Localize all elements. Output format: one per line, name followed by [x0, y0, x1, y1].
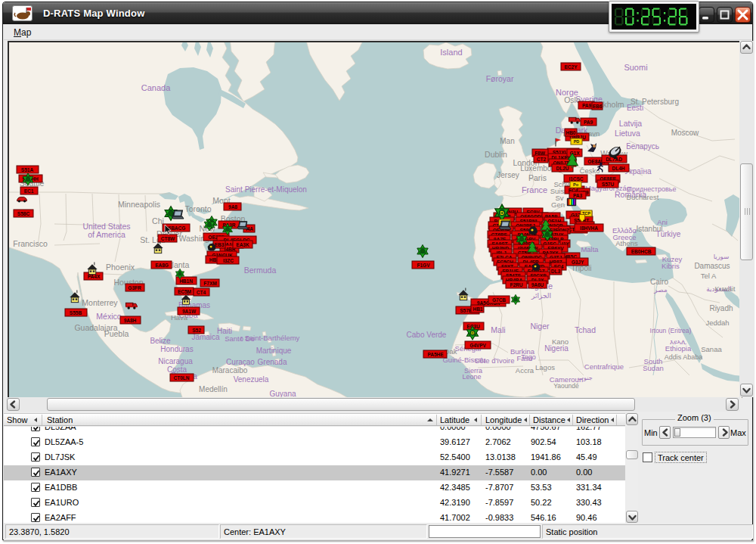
svg-text:Türkiye: Türkiye — [656, 230, 681, 238]
svg-text:Cabo Verde: Cabo Verde — [407, 331, 447, 339]
svg-text:Bucharest: Bucharest — [627, 193, 659, 201]
svg-text:Lietuva: Lietuva — [615, 129, 640, 138]
svg-text:EC2Y: EC2Y — [565, 64, 578, 70]
svg-text:Phoenix: Phoenix — [106, 263, 135, 272]
svg-text:Приднестровье: Приднестровье — [627, 185, 677, 193]
svg-text:México: México — [96, 312, 121, 321]
svg-text:Nicaragua: Nicaragua — [158, 357, 193, 365]
svg-text:Damascus: Damascus — [694, 262, 730, 270]
svg-text:Jersey: Jersey — [497, 171, 519, 179]
svg-text:S58C: S58C — [17, 211, 30, 216]
svg-text:Mali: Mali — [491, 325, 505, 334]
svg-text:Athens: Athens — [615, 239, 638, 247]
svg-text:Venezuela: Venezuela — [234, 375, 269, 384]
svg-text:EB6: EB6 — [593, 104, 603, 109]
svg-text:of America: of America — [88, 230, 125, 239]
svg-text:Po: Po — [573, 182, 579, 187]
svg-text:Monterrey: Monterrey — [82, 298, 118, 307]
svg-text:DL2U: DL2U — [556, 166, 569, 171]
svg-text:9A8H: 9A8H — [124, 318, 137, 323]
svg-text:Niger: Niger — [530, 322, 550, 331]
svg-text:Island: Island — [440, 48, 462, 57]
svg-text:Togo: Togo — [521, 353, 536, 361]
svg-text:الجزائر: الجزائر — [531, 292, 551, 300]
svg-text:S57U: S57U — [602, 182, 615, 187]
svg-text:Česko: Česko — [580, 166, 600, 175]
svg-text:PA5HE: PA5HE — [427, 352, 444, 357]
svg-text:Sudan: Sudan — [643, 364, 663, 372]
svg-text:EA8G: EA8G — [155, 263, 169, 268]
svg-text:Nigeria: Nigeria — [544, 344, 569, 353]
svg-text:Centrafrique: Centrafrique — [584, 362, 624, 371]
svg-text:S51A: S51A — [21, 167, 34, 173]
svg-text:F7XM: F7XM — [203, 281, 216, 286]
svg-text:EC5M: EC5M — [178, 289, 191, 294]
svg-text:Suomi: Suomi — [624, 63, 647, 72]
svg-text:Saint Pierre-et-Miquelon: Saint Pierre-et-Miquelon — [225, 185, 307, 194]
svg-text:CT2: CT2 — [537, 157, 547, 162]
svg-text:Malta: Malta — [581, 245, 599, 253]
svg-text:Minneapolis: Minneapolis — [118, 200, 160, 209]
svg-text:Grenada: Grenada — [258, 358, 287, 366]
svg-text:DL4H: DL4H — [612, 166, 625, 171]
svg-text:DL3: DL3 — [551, 269, 561, 274]
svg-text:I8HVHA: I8HVHA — [580, 225, 598, 231]
svg-text:Leone: Leone — [462, 373, 481, 381]
svg-text:CT8W: CT8W — [161, 236, 175, 241]
svg-text:S52: S52 — [192, 328, 201, 333]
svg-text:Беларусь: Беларусь — [626, 142, 659, 151]
svg-text:سوريا: سوريا — [714, 253, 730, 260]
svg-text:S55B: S55B — [70, 310, 82, 316]
svg-text:Addis Ababa: Addis Ababa — [665, 353, 703, 361]
svg-text:I3ZC: I3ZC — [223, 258, 234, 263]
svg-text:9A8: 9A8 — [228, 204, 237, 210]
svg-text:HB1N: HB1N — [179, 278, 193, 284]
svg-text:Tchad: Tchad — [575, 325, 596, 334]
svg-text:Lagos: Lagos — [535, 363, 555, 371]
svg-text:Dublin: Dublin — [485, 150, 507, 159]
svg-text:r Saint-Barthélemy: r Saint-Barthélemy — [240, 334, 300, 342]
svg-text:F8W: F8W — [534, 151, 546, 156]
svg-text:Riyadh: Riyadh — [709, 304, 733, 312]
svg-text:G3FR: G3FR — [128, 285, 141, 291]
svg-text:Cairo: Cairo — [650, 278, 668, 286]
svg-text:EB0HCB: EB0HCB — [631, 249, 652, 254]
svg-text:Gen: Gen — [551, 201, 565, 209]
svg-text:Irtoun (Eritrea): Irtoun (Eritrea) — [650, 327, 692, 334]
svg-text:Belize: Belize — [150, 337, 171, 345]
svg-text:Côte d'Ivoire: Côte d'Ivoire — [474, 356, 514, 365]
svg-text:Føroyar: Føroyar — [486, 74, 514, 83]
svg-text:Man: Man — [500, 137, 514, 145]
svg-text:Francisco: Francisco — [13, 239, 48, 248]
svg-text:Medellín: Medellín — [199, 385, 228, 393]
svg-text:D: D — [500, 210, 504, 216]
svg-text:G4VPV: G4VPV — [469, 343, 486, 348]
svg-text:Kibris: Kibris — [662, 262, 680, 270]
svg-text:Honduras: Honduras — [160, 345, 193, 353]
svg-text:Accra: Accra — [516, 366, 534, 375]
svg-text:Moscow: Moscow — [671, 129, 699, 137]
svg-text:جنوب: جنوب — [578, 374, 593, 381]
svg-text:Bermuda: Bermuda — [244, 266, 277, 275]
svg-text:مصر: مصر — [653, 286, 668, 294]
svg-text:HB1: HB1 — [472, 306, 482, 312]
svg-text:Tel A: Tel A — [701, 272, 717, 280]
svg-text:CT4: CT4 — [197, 290, 206, 295]
svg-text:Maracaibo: Maracaibo — [212, 366, 248, 375]
svg-text:Curaçao: Curaçao — [226, 358, 255, 366]
svg-text:HB0: HB0 — [565, 130, 575, 135]
svg-text:Yaoundé: Yaoundé — [553, 382, 579, 390]
svg-text:F1GV: F1GV — [417, 263, 431, 268]
svg-text:G7CB: G7CB — [492, 297, 506, 303]
svg-text:CT0LN: CT0LN — [174, 375, 190, 381]
svg-text:Latvija: Latvija — [619, 119, 643, 128]
svg-text:Ethiopia: Ethiopia — [665, 344, 692, 353]
svg-text:EB3: EB3 — [215, 242, 225, 247]
svg-text:Ani: Ani — [657, 218, 668, 226]
svg-text:Martinique: Martinique — [256, 347, 292, 355]
svg-text:9A6U: 9A6U — [531, 282, 544, 288]
svg-text:France: France — [522, 185, 547, 194]
svg-text:PD: PD — [574, 139, 580, 144]
svg-text:G3JY: G3JY — [572, 260, 584, 265]
svg-text:Kuwait: Kuwait — [714, 285, 736, 293]
